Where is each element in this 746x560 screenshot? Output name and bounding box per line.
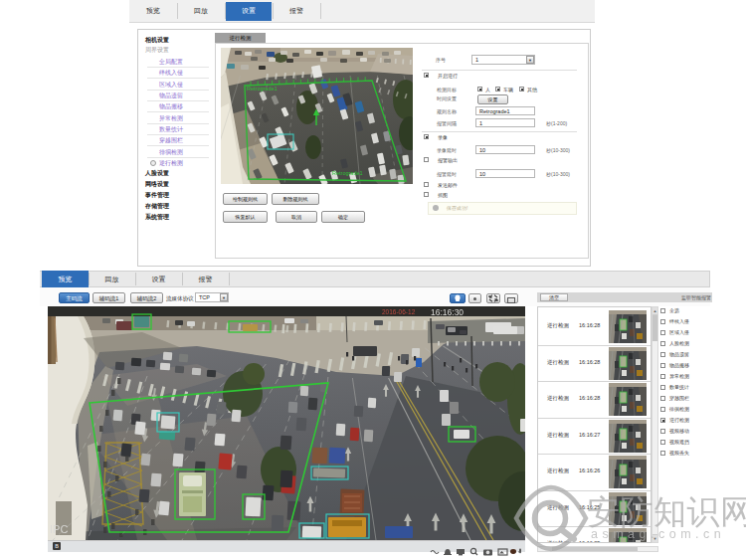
svg-text:IPC: IPC bbox=[50, 523, 68, 535]
svg-text:Retrograde1: Retrograde1 bbox=[247, 86, 278, 92]
svg-text:2016-06-12: 2016-06-12 bbox=[382, 308, 416, 315]
svg-text:16:16:30: 16:16:30 bbox=[431, 307, 464, 317]
svg-text:Retrograde1: Retrograde1 bbox=[332, 170, 363, 176]
